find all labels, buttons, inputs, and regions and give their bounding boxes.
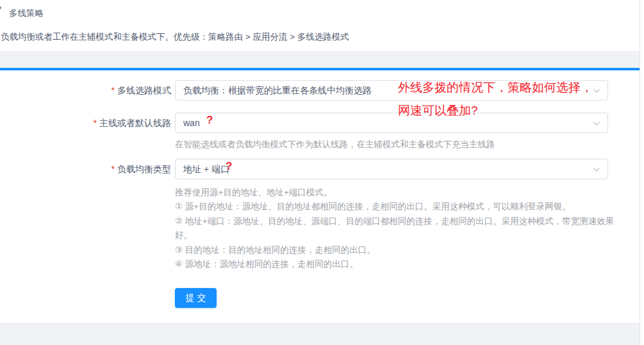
chevron-down-icon (592, 86, 601, 95)
form-panel: *多线选路模式 负载均衡：根据带宽的比重在各条线中均衡选路 *主线或者默认线路 … (0, 70, 640, 323)
page-subtitle: 负载均衡或者工作在主辅模式和主备模式下。优先级：策略路由 > 应用分流 > 多线… (1, 31, 349, 43)
header-spacer-band (0, 52, 640, 68)
description-line: ③ 目的地址：目的地址相同的连接，走相同的出口。 (175, 243, 617, 257)
form-row-balance-type: *负载均衡类型 地址 + 端口 (0, 159, 640, 179)
balance-type-selected-value: 地址 + 端口 (183, 159, 229, 179)
default-line-label-text: 主线或者默认线路 (99, 118, 171, 128)
description-line: ① 源+目的地址：源地址、目的地址都相同的连接，走相同的出口。采用这种模式，可以… (175, 200, 617, 214)
balance-type-label-text: 负载均衡类型 (117, 164, 171, 174)
default-line-select[interactable]: wan (175, 113, 608, 133)
form-row-routing-mode: *多线选路模式 负载均衡：根据带宽的比重在各条线中均衡选路 (0, 80, 640, 100)
routing-mode-select[interactable]: 负载均衡：根据带宽的比重在各条线中均衡选路 (175, 80, 608, 100)
description-line: ② 地址+端口：源地址、目的地址、源端口、目的端口都相同的连接，走相同的出口。采… (175, 214, 617, 243)
page-header: 多线策略 负载均衡或者工作在主辅模式和主备模式下。优先级：策略路由 > 应用分流… (0, 0, 640, 52)
chevron-down-icon (592, 165, 601, 174)
default-line-selected-value: wan (183, 113, 200, 132)
description-line: ④ 源地址：源地址相同的连接，走相同的出口。 (175, 257, 617, 271)
footer-band (0, 323, 640, 345)
description-line: 推荐使用源+目的地址、地址+端口模式。 (175, 186, 617, 200)
submit-button[interactable]: 提 交 (175, 288, 217, 308)
chevron-down-icon (592, 119, 601, 128)
routing-mode-selected-value: 负载均衡：根据带宽的比重在各条线中均衡选路 (183, 81, 372, 100)
required-asterisk: * (111, 164, 115, 174)
required-asterisk: * (94, 118, 97, 128)
panel-right-border (640, 0, 640, 345)
balance-type-select[interactable]: 地址 + 端口 (175, 159, 608, 179)
required-asterisk: * (111, 85, 115, 95)
routing-mode-label: *多线选路模式 (0, 80, 171, 100)
balance-type-label: *负载均衡类型 (0, 159, 171, 179)
multiline-strategy-page: 多线策略 负载均衡或者工作在主辅模式和主备模式下。优先级：策略路由 > 应用分流… (0, 0, 644, 345)
form-row-default-line: *主线或者默认线路 wan (0, 113, 640, 133)
clipped-edge-glyph (0, 6, 2, 11)
balance-type-description: 推荐使用源+目的地址、地址+端口模式。 ① 源+目的地址：源地址、目的地址都相同… (175, 186, 617, 271)
routing-mode-label-text: 多线选路模式 (117, 85, 171, 95)
page-title: 多线策略 (9, 8, 44, 19)
default-line-help-text: 在智能选线或者负载均衡模式下作为默认线路，在主辅模式和主备模式下充当主线路 (175, 140, 640, 149)
default-line-label: *主线或者默认线路 (0, 113, 171, 133)
